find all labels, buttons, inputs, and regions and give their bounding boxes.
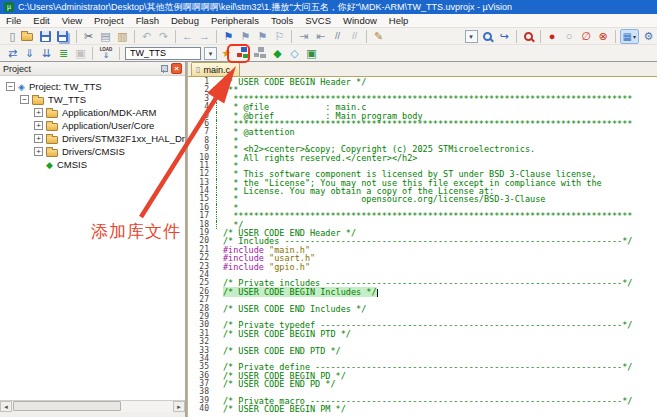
find-icon[interactable] <box>524 32 533 41</box>
clear-bookmarks-icon[interactable]: ⚐ <box>271 29 288 44</box>
tree-item-application-mdk-arm[interactable]: +Application/MDK-ARM <box>0 106 185 119</box>
expand-icon[interactable]: + <box>34 108 43 117</box>
fold-margin <box>212 162 223 170</box>
pack-installer-icon[interactable]: ▣ <box>303 46 320 61</box>
folder-icon <box>46 110 58 118</box>
comment-icon[interactable]: // <box>329 29 346 44</box>
manage-project-items-icon[interactable] <box>236 46 251 60</box>
redo-icon[interactable]: ↷ <box>155 29 172 44</box>
jump-to-icon[interactable]: ↪ <box>496 29 513 44</box>
collapse-icon[interactable]: − <box>20 95 29 104</box>
enable-breakpoint-icon[interactable]: ○ <box>561 29 578 44</box>
collapse-icon[interactable]: − <box>6 82 15 91</box>
tree-item-tw-tts[interactable]: −TW_TTS <box>0 93 185 106</box>
scrollbar-thumb[interactable] <box>13 401 121 411</box>
menu-window[interactable]: Window <box>337 14 383 28</box>
fold-margin <box>212 380 223 388</box>
disable-all-breakpoints-icon[interactable]: ∅ <box>578 29 595 44</box>
edit-template-icon[interactable]: ✎ <box>370 29 387 44</box>
batch-build-icon[interactable]: ≣ <box>55 46 72 61</box>
uncomment-icon[interactable]: // <box>346 29 363 44</box>
toggle-bookmark-icon[interactable]: ⚑ <box>220 29 237 44</box>
unindent-icon[interactable]: ⇤ <box>312 29 329 44</box>
highlighted-text: /* USER CODE BEGIN Includes */ <box>223 287 377 297</box>
navigate-back-icon[interactable]: ← <box>179 29 196 44</box>
debug-views-dropdown[interactable]: ▾ <box>465 30 478 43</box>
insert-breakpoint-icon[interactable]: ● <box>544 29 561 44</box>
fold-margin <box>212 103 223 111</box>
target-select[interactable]: TW_TTS <box>125 47 201 60</box>
menu-debug[interactable]: Debug <box>165 14 205 28</box>
project-tree-hscrollbar[interactable]: ◄ ► <box>0 400 185 412</box>
menu-file[interactable]: File <box>0 14 27 28</box>
pin-icon[interactable] <box>160 65 168 73</box>
folder-icon <box>32 97 44 105</box>
fold-margin <box>212 372 223 380</box>
toolbar-separator <box>216 30 217 43</box>
menu-flash[interactable]: Flash <box>130 14 165 28</box>
fold-collapse-icon[interactable]: − <box>213 87 220 94</box>
project-panel-title: Project <box>3 64 31 74</box>
undo-icon[interactable]: ↶ <box>138 29 155 44</box>
new-file-icon[interactable]: ▯ <box>4 29 21 44</box>
tree-item-cmsis[interactable]: ◆CMSIS <box>0 158 185 171</box>
fold-margin <box>212 263 223 271</box>
open-file-icon[interactable] <box>21 33 33 41</box>
save-icon[interactable] <box>40 31 51 42</box>
code-line: 17 *************************************… <box>188 212 657 220</box>
build-icon[interactable]: ⇓ <box>21 46 38 61</box>
menu-edit[interactable]: Edit <box>27 14 55 28</box>
fold-margin <box>212 95 223 103</box>
project-target-icon: ◈ <box>18 82 25 92</box>
next-bookmark-icon[interactable]: ⚑ <box>254 29 271 44</box>
translate-icon[interactable]: ⇄ <box>4 46 21 61</box>
tree-item-application-user-core[interactable]: +Application/User/Core <box>0 119 185 132</box>
navigate-forward-icon[interactable]: → <box>196 29 213 44</box>
tab-main-c[interactable]: ▯ main.c <box>191 62 240 76</box>
target-dropdown[interactable]: ▾ <box>204 47 217 60</box>
menu-help[interactable]: Help <box>383 14 415 28</box>
scrollbar-track[interactable] <box>12 401 173 412</box>
expand-icon[interactable]: + <box>34 147 43 156</box>
menu-svcs[interactable]: SVCS <box>299 14 337 28</box>
window-layout-button[interactable]: ▦▾ <box>620 29 639 44</box>
code-line: 10 * All rights reserved.</center></h2> <box>188 154 657 162</box>
manage-rte-icon[interactable]: ◆ <box>269 46 286 61</box>
toolbar-main: ▯✂▤▥↶↷←→⚑⚑⚑⚐⇥⇤////✎▾↪●○∅⊗▦▾⚙ <box>0 28 657 45</box>
fold-margin <box>212 330 223 338</box>
tree-item-project-tw-tts[interactable]: −◈Project: TW_TTS <box>0 80 185 93</box>
options-for-target-icon[interactable]: ★ <box>218 46 235 61</box>
code-line: 40/* USER CODE BEGIN PM */ <box>188 405 657 413</box>
menu-peripherals[interactable]: Peripherals <box>205 14 265 28</box>
find-in-document-icon[interactable] <box>483 32 492 41</box>
flash-download-icon[interactable]: LOAD⇓ <box>96 46 116 61</box>
menu-project[interactable]: Project <box>88 14 130 28</box>
paste-icon[interactable]: ▥ <box>114 29 131 44</box>
tree-item-drivers-cmsis[interactable]: +Drivers/CMSIS <box>0 145 185 158</box>
text-cursor <box>377 289 378 297</box>
project-panel-header: Project × <box>0 62 185 76</box>
kill-all-breakpoints-icon[interactable]: ⊗ <box>595 29 612 44</box>
expand-icon[interactable]: + <box>34 121 43 130</box>
scroll-right-icon[interactable]: ► <box>173 401 185 412</box>
close-icon[interactable]: × <box>171 63 182 74</box>
expand-icon[interactable]: + <box>34 134 43 143</box>
tree-item-drivers-stm32f1xx-hal-driv[interactable]: +Drivers/STM32F1xx_HAL_Driv <box>0 132 185 145</box>
tree-item-label: TW_TTS <box>48 94 86 105</box>
toolbar-separator <box>615 30 616 43</box>
menu-tools[interactable]: Tools <box>265 14 299 28</box>
cut-icon[interactable]: ✂ <box>80 29 97 44</box>
rebuild-icon[interactable]: ⇊ <box>38 46 55 61</box>
stop-build-icon[interactable]: ▣ <box>72 46 89 61</box>
select-packs-icon[interactable]: ◇ <box>286 46 303 61</box>
copy-icon[interactable]: ▤ <box>97 29 114 44</box>
indent-icon[interactable]: ⇥ <box>295 29 312 44</box>
menu-view[interactable]: View <box>56 14 88 28</box>
scroll-left-icon[interactable]: ◄ <box>0 401 12 412</box>
code-editor[interactable]: 1/* USER CODE BEGIN Header */2−/**3 ****… <box>188 77 657 417</box>
file-extensions-icon[interactable] <box>253 46 268 60</box>
prev-bookmark-icon[interactable]: ⚑ <box>237 29 254 44</box>
configuration-icon[interactable]: ⚙ <box>640 29 657 44</box>
save-all-icon[interactable] <box>57 31 68 42</box>
fold-margin <box>212 296 223 304</box>
